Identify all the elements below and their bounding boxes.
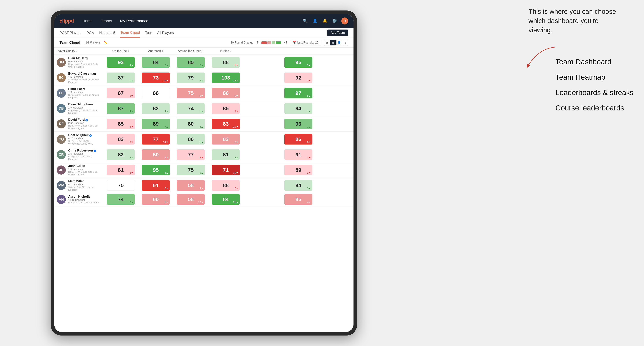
search-icon[interactable]: 🔍 xyxy=(302,18,308,24)
col-header-around-green[interactable]: Around the Green ↓ xyxy=(173,47,208,55)
metric-value: 58 xyxy=(188,182,194,188)
metric-change: 4▲ xyxy=(200,187,203,190)
team-count: | 14 Players xyxy=(84,41,100,44)
round-change-section: 20 Round Change -5 +5 📅 Last Rounds: 20 … xyxy=(231,40,348,45)
dashboard-labels: Team Dashboard Team Heatmap Leaderboards… xyxy=(556,58,634,112)
dashboard-label-4[interactable]: Course leaderboards xyxy=(556,104,634,112)
metric-value: 82 xyxy=(118,152,124,158)
metric-box: 92 3▼ xyxy=(284,72,312,83)
metric-change: 15▲ xyxy=(233,79,238,82)
col-header-off-tee[interactable]: Off the Tee ↓ xyxy=(103,47,138,55)
metric-box: 84 6▲ xyxy=(142,57,170,68)
player-avatar: EE xyxy=(57,89,66,98)
add-team-button[interactable]: Add Team xyxy=(327,29,348,36)
player-club: Royal North Devon Golf Club, United King… xyxy=(68,171,101,176)
tablet-screen: clippd Home Teams My Performance 🔍 👤 🔔 ⚙… xyxy=(54,14,354,332)
verified-icon: ✓ xyxy=(94,150,96,152)
player-cell[interactable]: JC Josh Coles 1-5 Handicap Royal North D… xyxy=(54,162,103,178)
player-cell[interactable]: BM Blair McHarg Plus Handicap Royal Nort… xyxy=(54,55,103,70)
metric-box: 75 3▼ xyxy=(177,88,205,98)
metric-box: 58 10▲ xyxy=(177,194,205,205)
dashboard-label-1[interactable]: Team Dashboard xyxy=(556,58,634,66)
player-handicap: Plus Handicap xyxy=(68,122,101,124)
metric-value: 60 xyxy=(153,152,158,158)
bar-green xyxy=(276,41,281,44)
col-header-player[interactable]: Player Quality ↓ xyxy=(54,47,103,55)
metric-box: 97 5▲ xyxy=(284,88,312,98)
view-grid-icon[interactable]: ⊞ xyxy=(324,40,329,45)
metric-value: 97 xyxy=(296,90,301,96)
player-cell[interactable]: MM Matt Miller 6-10 Handicap Woburn Golf… xyxy=(54,178,103,193)
tab-all-players[interactable]: All Players xyxy=(157,28,174,37)
col-header-putting[interactable]: Putting ↓ xyxy=(208,47,243,55)
metric-cell-approach: 79 9▲ xyxy=(173,70,208,85)
metric-value: 73 xyxy=(153,75,158,81)
last-rounds-button[interactable]: 📅 Last Rounds: 20 xyxy=(290,40,321,45)
metric-cell-around-green: 86 6▼ xyxy=(208,85,243,101)
player-cell[interactable]: DF David Ford✓ Plus Handicap Royal North… xyxy=(54,116,103,132)
metric-change: 21▲ xyxy=(233,201,238,204)
view-table-icon[interactable]: ▦ xyxy=(330,40,336,45)
metric-change: 1▲ xyxy=(130,79,133,82)
player-cell[interactable]: EE Elliot Ebert 1-5 Handicap Sunningdale… xyxy=(54,85,103,101)
player-cell[interactable]: AN Aaron Nicholls 11-15 Handicap Drift G… xyxy=(54,193,103,206)
user-avatar[interactable]: U xyxy=(341,17,348,24)
nav-link-my-performance[interactable]: My Performance xyxy=(119,18,150,24)
person-icon[interactable]: 👤 xyxy=(312,18,318,24)
tab-pga[interactable]: PGA xyxy=(86,28,94,37)
metric-value: 85 xyxy=(223,106,228,112)
metric-change: 1▲ xyxy=(200,141,203,144)
player-cell[interactable]: EC Edward Crossman 1-5 Handicap Sunningd… xyxy=(54,70,103,85)
settings-icon[interactable]: ⚙️ xyxy=(332,18,338,24)
metric-value: 85 xyxy=(188,59,194,65)
player-name: Matt Miller xyxy=(68,179,101,183)
metric-value: 77 xyxy=(188,152,194,158)
player-name: Edward Crossman xyxy=(68,72,101,75)
metric-cell-player-quality: 87 1▲ xyxy=(103,70,138,85)
player-cell[interactable]: CR Chris Robertson✓ 1-5 Handicap Craigmi… xyxy=(54,147,103,162)
metric-change: 3▼ xyxy=(307,79,311,82)
metric-cell-player-quality: 75 xyxy=(103,178,138,193)
heatmap-bar xyxy=(262,41,281,44)
metric-cell-putting: 85 4▼ xyxy=(243,193,354,206)
tab-hcaps[interactable]: Hcaps 1-5 xyxy=(99,28,115,37)
metric-box: 82 4▲ xyxy=(142,103,170,114)
metric-cell-off-tee: 60 1▼ xyxy=(138,193,173,206)
nav-link-home[interactable]: Home xyxy=(81,18,94,24)
metric-box: 87 4▲ xyxy=(107,103,135,114)
metric-change: 2▼ xyxy=(234,187,238,190)
player-cell[interactable]: DB Dave Billingham 1-5 Handicap Gog Mago… xyxy=(54,101,103,116)
tab-pgat-players[interactable]: PGAT Players xyxy=(60,28,82,37)
player-name: Aaron Nicholls xyxy=(68,195,100,198)
player-handicap: 6-10 Handicap xyxy=(68,183,101,186)
data-table: Player Quality ↓ Off the Tee ↓ Approach … xyxy=(54,47,354,206)
view-person-icon[interactable]: 👤 xyxy=(336,40,342,45)
tab-team-clippd[interactable]: Team Clippd xyxy=(120,28,140,37)
dashboard-label-2[interactable]: Team Heatmap xyxy=(556,73,634,81)
metric-change: 2▼ xyxy=(307,172,311,174)
player-avatar: JC xyxy=(57,166,66,174)
tab-tour[interactable]: Tour xyxy=(145,28,152,37)
metric-change: 10▲ xyxy=(198,201,203,204)
metric-change: 3▼ xyxy=(307,156,311,159)
metric-cell-off-tee: 82 4▲ xyxy=(138,101,173,116)
player-club: Gog Magog Golf Club, United Kingdom xyxy=(68,109,101,114)
metric-value: 60 xyxy=(153,196,158,202)
bell-icon[interactable]: 🔔 xyxy=(322,18,328,24)
metric-box: 74 8▲ xyxy=(107,194,135,205)
team-title: Team Clippd xyxy=(60,40,80,44)
view-download-icon[interactable]: ↓ xyxy=(343,40,348,45)
metric-value: 74 xyxy=(118,196,124,202)
player-info: Josh Coles 1-5 Handicap Royal North Devo… xyxy=(68,164,101,176)
edit-icon[interactable]: ✏️ xyxy=(104,41,108,44)
metric-cell-player-quality: 87 4▲ xyxy=(103,101,138,116)
player-info: Edward Crossman 1-5 Handicap Sunningdale… xyxy=(68,72,101,84)
metric-value: 94 xyxy=(296,106,301,112)
view-icons: ⊞ ▦ 👤 ↓ xyxy=(324,40,348,45)
col-header-approach[interactable]: Approach ↓ xyxy=(138,47,173,55)
metric-cell-approach: 75 3▼ xyxy=(173,85,208,101)
player-cell[interactable]: CQ Charlie Quick✓ 6-10 Handicap St. Geor… xyxy=(54,132,103,147)
metric-box: 91 3▼ xyxy=(284,149,312,160)
dashboard-label-3[interactable]: Leaderboards & streaks xyxy=(556,88,634,97)
nav-link-teams[interactable]: Teams xyxy=(99,18,114,24)
